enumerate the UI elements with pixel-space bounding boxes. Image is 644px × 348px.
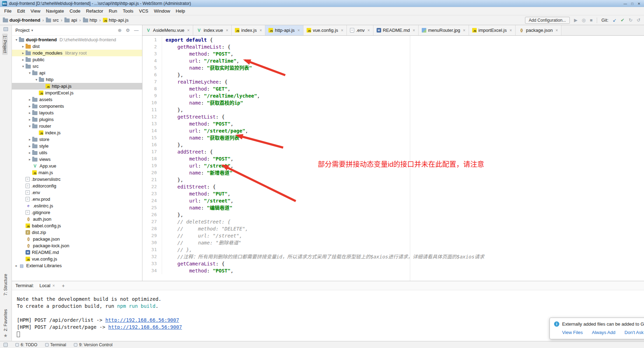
chevron-collapsed-icon[interactable]: ▸ <box>27 137 32 141</box>
tree-item-api[interactable]: ▾api <box>12 70 142 76</box>
history-icon[interactable]: ↻ <box>629 17 632 23</box>
editor-tab-package.json[interactable]: {}package.json× <box>516 25 562 35</box>
chevron-collapsed-icon[interactable]: ▸ <box>27 118 32 121</box>
update-project-icon[interactable]: ↙ <box>612 17 616 23</box>
menu-tools[interactable]: Tools <box>120 7 136 15</box>
menu-code[interactable]: Code <box>67 7 83 15</box>
statusbar-9-version-control[interactable]: 9: Version Control <box>74 342 112 347</box>
stripe-button-project[interactable]: 1: Project <box>2 34 8 55</box>
coverage-icon[interactable]: ◎ <box>582 17 586 23</box>
tab-close-icon[interactable]: × <box>341 28 343 33</box>
tree-item-index.js[interactable]: JSindex.js <box>12 129 142 136</box>
breadcrumb-item-duoji-frontend[interactable]: duoji-frontend <box>3 17 40 23</box>
project-panel-title[interactable]: Project <box>15 28 29 33</box>
editor-tab-importExcel.js[interactable]: JSimportExcel.js× <box>469 25 516 35</box>
tree-item-style[interactable]: ▸style <box>12 143 142 149</box>
tree-item-http[interactable]: ▾http <box>12 76 142 83</box>
tree-item-dist[interactable]: ▸dist <box>12 43 142 50</box>
chevron-collapsed-icon[interactable]: ▸ <box>27 157 32 161</box>
tree-item-utils[interactable]: ▸utils <box>12 149 142 156</box>
tab-close-icon[interactable]: × <box>463 28 465 33</box>
tab-close-icon[interactable]: × <box>52 283 55 288</box>
new-terminal-icon[interactable]: + <box>61 283 66 289</box>
tab-close-icon[interactable]: × <box>298 28 300 33</box>
tab-close-icon[interactable]: × <box>368 28 370 33</box>
code-editor[interactable]: 1export default {2 getRealTimeList: {3 m… <box>142 36 644 281</box>
tree-item-assets[interactable]: ▸assets <box>12 96 142 103</box>
minimize-icon[interactable]: — <box>624 2 627 6</box>
tree-item-public[interactable]: ▸public <box>12 56 142 63</box>
menu-refactor[interactable]: Refactor <box>83 7 106 15</box>
close-icon[interactable]: ✕ <box>638 2 640 6</box>
tree-item-node_modules[interactable]: ▸node_moduleslibrary root <box>12 50 142 56</box>
run-icon[interactable]: ▶ <box>574 17 578 23</box>
view-files-link[interactable]: View Files <box>562 330 583 335</box>
statusbar-terminal[interactable]: Terminal <box>45 342 66 347</box>
tab-close-icon[interactable]: × <box>555 28 558 33</box>
tab-close-icon[interactable]: × <box>510 28 512 33</box>
editor-tab-.env[interactable]: ≡.env× <box>347 25 373 35</box>
chevron-expanded-icon[interactable]: ▾ <box>14 38 19 42</box>
statusbar-6-todo[interactable]: 6: TODO <box>15 342 37 347</box>
chevron-collapsed-icon[interactable]: ▸ <box>27 111 32 115</box>
tree-item-main.js[interactable]: JSmain.js <box>12 169 142 176</box>
stripe-button-structure[interactable]: 7: Structure <box>3 274 8 296</box>
chevron-expanded-icon[interactable]: ▾ <box>27 124 32 128</box>
terminal-tab-local[interactable]: Local × <box>37 282 57 289</box>
tab-close-icon[interactable]: × <box>187 28 190 33</box>
menu-navigate[interactable]: Navigate <box>43 7 66 15</box>
chevron-collapsed-icon[interactable]: ▸ <box>21 44 26 48</box>
editor-tab-index.vue[interactable]: Vindex.vue× <box>193 25 232 35</box>
tree-item-duoji-frontend[interactable]: ▾duoji-frontendD:\zheheWeb\duoji-fronten… <box>12 36 142 43</box>
rollback-icon[interactable]: ↺ <box>637 17 640 23</box>
tree-item-layouts[interactable]: ▸layouts <box>12 109 142 116</box>
menu-edit[interactable]: Edit <box>14 7 28 15</box>
tree-item-dist.zip[interactable]: Zdist.zip <box>12 229 142 236</box>
tab-close-icon[interactable]: × <box>413 28 415 33</box>
tree-item-plugins[interactable]: ▸plugins <box>12 116 142 123</box>
chevron-collapsed-icon[interactable]: ▸ <box>27 98 32 101</box>
editor-tab-README.md[interactable]: MREADME.md× <box>373 25 419 35</box>
commit-icon[interactable]: ✔ <box>621 17 624 23</box>
tab-close-icon[interactable]: × <box>259 28 262 33</box>
maximize-icon[interactable]: □ <box>631 2 634 6</box>
menu-vcs[interactable]: VCS <box>136 7 151 15</box>
terminal-link[interactable]: http://192.168.66.56:9007 <box>105 317 179 323</box>
editor-tab-index.js[interactable]: JSindex.js× <box>232 25 265 35</box>
add-configuration-button[interactable]: Add Configuration... <box>525 17 570 24</box>
chevron-collapsed-icon[interactable]: ▸ <box>27 104 32 108</box>
chevron-down-icon[interactable]: ▾ <box>31 28 33 32</box>
chevron-collapsed-icon[interactable]: ▸ <box>27 151 32 155</box>
tree-item-.eslintrc.js[interactable]: e.eslintrc.js <box>12 203 142 209</box>
tree-item-.env[interactable]: ≡.env <box>12 189 142 196</box>
tree-item-.gitignore[interactable]: ≡.gitignore <box>12 209 142 216</box>
tree-item-README.md[interactable]: MREADME.md <box>12 249 142 256</box>
editor-tab-menuRouter.jpg[interactable]: menuRouter.jpg× <box>419 25 469 35</box>
terminal-link[interactable]: http://192.168.66.56:9007 <box>108 324 182 330</box>
breadcrumb-item-api[interactable]: api <box>64 17 77 23</box>
editor-tab-vue.config.js[interactable]: JSvue.config.js× <box>303 25 347 35</box>
chevron-collapsed-icon[interactable]: ▸ <box>21 51 26 55</box>
chevron-collapsed-icon[interactable]: ▸ <box>14 264 19 268</box>
tree-item-importExcel.js[interactable]: JSimportExcel.js <box>12 90 142 96</box>
breadcrumb-item-http[interactable]: http <box>83 17 97 23</box>
tree-item-components[interactable]: ▸components <box>12 103 142 109</box>
tree-item-package.json[interactable]: {}package.json <box>12 236 142 242</box>
breadcrumb-item-http-api.js[interactable]: JShttp-api.js <box>103 17 128 23</box>
hide-panel-icon[interactable]: ― <box>134 28 139 33</box>
tree-item-router[interactable]: ▾router <box>12 123 142 129</box>
editor-tab-AsideMenu.vue[interactable]: VAsideMenu.vue× <box>142 25 193 35</box>
tree-item-babel.config.js[interactable]: JSbabel.config.js <box>12 222 142 229</box>
tree-item-App.vue[interactable]: VApp.vue <box>12 163 142 169</box>
editor-tab-http-api.js[interactable]: JShttp-api.js× <box>265 25 303 35</box>
locate-file-icon[interactable]: ⊕ <box>118 28 121 33</box>
tab-close-icon[interactable]: × <box>226 28 228 33</box>
stop-icon[interactable]: ■ <box>590 17 593 23</box>
menu-window[interactable]: Window <box>151 7 173 15</box>
menu-file[interactable]: File <box>1 7 14 15</box>
chevron-expanded-icon[interactable]: ▾ <box>21 64 26 68</box>
tree-item-.env.prod[interactable]: ≡.env.prod <box>12 196 142 203</box>
stripe-button-favorites[interactable]: 2: Favorites <box>3 309 8 331</box>
tree-item-store[interactable]: ▸store <box>12 136 142 143</box>
settings-icon[interactable]: ⚙ <box>126 28 130 33</box>
